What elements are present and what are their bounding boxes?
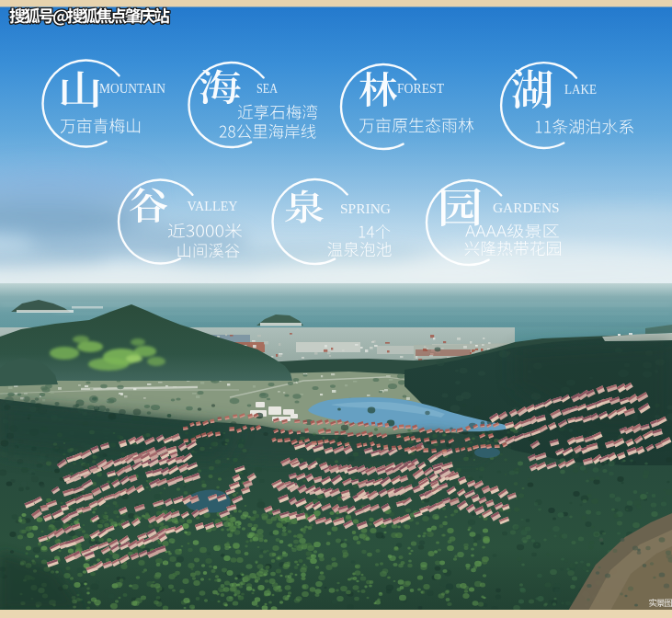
- svg-text:SEA: SEA: [256, 82, 279, 96]
- svg-text:MOUNTAIN: MOUNTAIN: [99, 82, 165, 96]
- svg-text:LAKE: LAKE: [564, 83, 597, 97]
- svg-text:VALLEY: VALLEY: [188, 200, 238, 213]
- svg-text:SPRING: SPRING: [340, 202, 391, 216]
- svg-text:FOREST: FOREST: [397, 82, 444, 96]
- svg-text:GARDENS: GARDENS: [493, 201, 560, 215]
